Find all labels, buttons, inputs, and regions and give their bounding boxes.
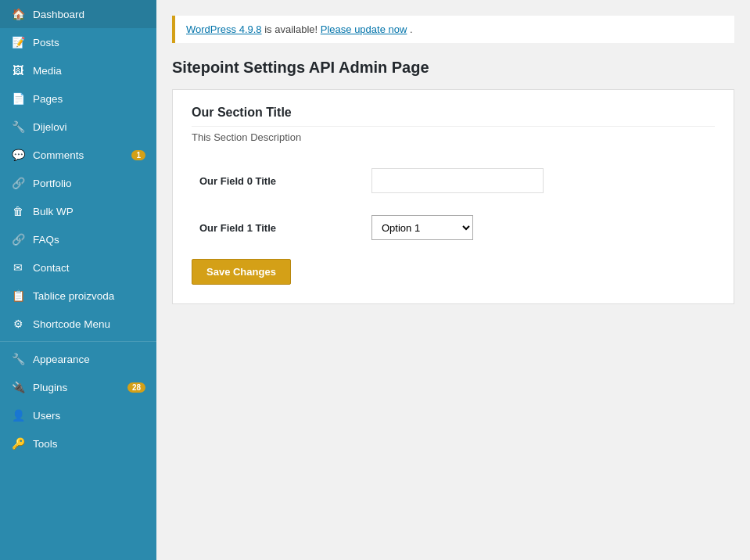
sidebar-item-posts[interactable]: 📝Posts — [0, 28, 156, 56]
sidebar-label-dashboard: Dashboard — [33, 9, 145, 20]
save-changes-button[interactable]: Save Changes — [192, 259, 291, 285]
pages-icon: 📄 — [11, 92, 25, 105]
bulkwp-icon: 🗑 — [11, 205, 25, 217]
field0-label: Our Field 0 Title — [199, 175, 276, 187]
portfolio-icon: 🔗 — [11, 177, 25, 189]
badge-comments: 1 — [131, 150, 145, 160]
posts-icon: 📝 — [11, 36, 25, 48]
sidebar-divider — [0, 341, 156, 342]
badge-plugins: 28 — [127, 382, 145, 393]
sidebar-label-posts: Posts — [33, 37, 145, 48]
sidebar-item-dijelovi[interactable]: 🔧Dijelovi — [0, 113, 156, 141]
comments-icon: 💬 — [11, 149, 25, 161]
sidebar-label-tablice: Tablice proizvoda — [33, 290, 145, 302]
sidebar-item-contact[interactable]: ✉Contact — [0, 253, 156, 282]
sidebar-item-shortcode[interactable]: ⚙Shortcode Menu — [0, 310, 156, 338]
sidebar-item-pages[interactable]: 📄Pages — [0, 84, 156, 113]
field0-row: Our Field 0 Title — [192, 157, 715, 204]
settings-table: Our Field 0 Title Our Field 1 Title Opti… — [192, 157, 715, 251]
sidebar-item-appearance[interactable]: 🔧Appearance — [0, 345, 156, 373]
users-icon: 👤 — [11, 409, 25, 422]
dashboard-icon: 🏠 — [11, 8, 25, 20]
sidebar-item-comments[interactable]: 💬Comments1 — [0, 141, 156, 169]
sidebar-label-dijelovi: Dijelovi — [33, 121, 145, 133]
sidebar-label-pages: Pages — [33, 93, 145, 105]
sidebar-label-portfolio: Portfolio — [33, 178, 145, 189]
page-title: Sitepoint Settings API Admin Page — [172, 59, 734, 77]
appearance-icon: 🔧 — [11, 353, 25, 365]
sidebar-label-tools: Tools — [33, 438, 145, 450]
faqs-icon: 🔗 — [11, 233, 25, 246]
field1-row: Our Field 1 Title Option 1Option 2Option… — [192, 204, 715, 251]
sidebar-label-faqs: FAQs — [33, 234, 145, 246]
section-description: This Section Description — [192, 131, 715, 143]
sidebar-item-dashboard[interactable]: 🏠Dashboard — [0, 0, 156, 28]
wp-version-link[interactable]: WordPress 4.9.8 — [186, 23, 262, 35]
sidebar-label-appearance: Appearance — [33, 354, 145, 365]
sidebar-item-media[interactable]: 🖼Media — [0, 56, 156, 84]
sidebar-item-tablice[interactable]: 📋Tablice proizvoda — [0, 282, 156, 310]
media-icon: 🖼 — [11, 64, 25, 77]
dijelovi-icon: 🔧 — [11, 120, 25, 133]
sidebar: 🏠Dashboard📝Posts🖼Media📄Pages🔧Dijelovi💬Co… — [0, 0, 156, 560]
sidebar-label-plugins: Plugins — [33, 382, 120, 393]
sidebar-item-bulkwp[interactable]: 🗑Bulk WP — [0, 197, 156, 225]
sidebar-label-contact: Contact — [33, 262, 145, 274]
plugins-icon: 🔌 — [11, 381, 25, 393]
sidebar-item-users[interactable]: 👤Users — [0, 401, 156, 429]
tools-icon: 🔑 — [11, 437, 25, 450]
sidebar-label-users: Users — [33, 410, 145, 422]
sidebar-label-comments: Comments — [33, 149, 124, 161]
contact-icon: ✉ — [11, 261, 25, 274]
field1-select[interactable]: Option 1Option 2Option 3 — [371, 215, 473, 240]
tablice-icon: 📋 — [11, 289, 25, 302]
sidebar-item-plugins[interactable]: 🔌Plugins28 — [0, 373, 156, 401]
sidebar-label-media: Media — [33, 65, 145, 77]
section-title: Our Section Title — [192, 106, 715, 127]
main-content: WordPress 4.9.8 is available! Please upd… — [156, 0, 750, 560]
sidebar-item-tools[interactable]: 🔑Tools — [0, 429, 156, 458]
notice-text-after: . — [410, 23, 413, 35]
shortcode-icon: ⚙ — [11, 318, 25, 330]
field1-label: Our Field 1 Title — [199, 222, 276, 234]
sidebar-item-faqs[interactable]: 🔗FAQs — [0, 225, 156, 253]
sidebar-label-bulkwp: Bulk WP — [33, 206, 145, 217]
update-link[interactable]: Please update now — [321, 23, 407, 35]
sidebar-item-portfolio[interactable]: 🔗Portfolio — [0, 169, 156, 197]
notice-text-middle: is available! — [264, 23, 321, 35]
field0-input[interactable] — [371, 168, 544, 193]
sidebar-label-shortcode: Shortcode Menu — [33, 318, 145, 330]
settings-form: Our Section Title This Section Descripti… — [172, 89, 734, 304]
update-notice: WordPress 4.9.8 is available! Please upd… — [172, 16, 734, 43]
